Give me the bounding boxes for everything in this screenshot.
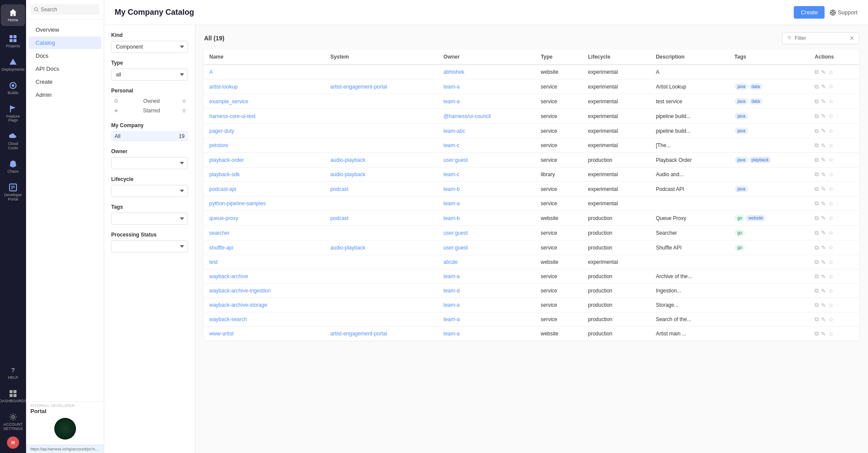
- filter-type-select[interactable]: all service website library: [111, 69, 188, 81]
- star-icon[interactable]: ☆: [828, 113, 834, 119]
- edit-icon[interactable]: ✎: [821, 302, 826, 309]
- nav-item-help[interactable]: ? HELP: [1, 362, 25, 384]
- open-in-new-icon[interactable]: ⧉: [815, 230, 818, 236]
- open-in-new-icon[interactable]: ⧉: [815, 316, 818, 323]
- open-in-new-icon[interactable]: ⧉: [815, 330, 818, 337]
- open-in-new-icon[interactable]: ⧉: [815, 171, 818, 178]
- nav-item-developer-portal[interactable]: Developer Portal: [1, 179, 25, 205]
- entity-name-link[interactable]: petstore: [209, 142, 228, 148]
- filter-starred-row[interactable]: ★ Starred 0: [111, 106, 188, 115]
- owner-link[interactable]: team-b: [443, 186, 459, 192]
- edit-icon[interactable]: ✎: [821, 98, 826, 105]
- nav-item-cloud-costs[interactable]: Cloud Costs: [1, 128, 25, 154]
- star-icon[interactable]: ☆: [828, 244, 834, 251]
- system-link[interactable]: podcast: [330, 186, 349, 192]
- filter-tags-select[interactable]: [111, 213, 188, 225]
- sidebar-item-create[interactable]: Create: [29, 76, 101, 88]
- entity-name-link[interactable]: test: [209, 259, 218, 265]
- star-icon[interactable]: ☆: [828, 288, 834, 294]
- edit-icon[interactable]: ✎: [821, 273, 826, 280]
- entity-name-link[interactable]: pager-duty: [209, 128, 234, 134]
- open-in-new-icon[interactable]: ⧉: [815, 83, 818, 90]
- edit-icon[interactable]: ✎: [821, 171, 826, 178]
- filter-owner-select[interactable]: [111, 157, 188, 169]
- star-icon[interactable]: ☆: [828, 230, 834, 236]
- owner-link[interactable]: abcde: [443, 259, 458, 265]
- entity-name-link[interactable]: shuffle-api: [209, 245, 233, 251]
- open-in-new-icon[interactable]: ⧉: [815, 259, 818, 266]
- owner-link[interactable]: team-a: [443, 273, 459, 279]
- entity-name-link[interactable]: wayback-archive: [209, 273, 248, 279]
- sidebar-item-admin[interactable]: Admin: [29, 89, 101, 101]
- owner-link[interactable]: user:guest: [443, 245, 468, 251]
- star-icon[interactable]: ☆: [828, 259, 834, 266]
- star-icon[interactable]: ☆: [828, 273, 834, 280]
- nav-item-projects[interactable]: Projects: [1, 30, 25, 52]
- open-in-new-icon[interactable]: ⧉: [815, 215, 818, 222]
- entity-name-link[interactable]: www-artist: [209, 331, 234, 337]
- nav-item-account-settings[interactable]: ACCOUNT SETTINGS: [1, 409, 25, 435]
- system-link[interactable]: artist-engagement-portal: [330, 331, 387, 337]
- entity-name-link[interactable]: searcher: [209, 230, 230, 236]
- edit-icon[interactable]: ✎: [821, 244, 826, 251]
- star-icon[interactable]: ☆: [828, 331, 834, 337]
- create-button[interactable]: Create: [794, 6, 825, 19]
- owner-link[interactable]: team-a: [443, 331, 459, 337]
- star-icon[interactable]: ☆: [828, 98, 834, 105]
- owner-link[interactable]: @harness/ui-council: [443, 113, 491, 119]
- owner-link[interactable]: team-d: [443, 288, 459, 294]
- star-icon[interactable]: ☆: [828, 200, 834, 207]
- star-icon[interactable]: ☆: [828, 128, 834, 134]
- open-in-new-icon[interactable]: ⧉: [815, 200, 818, 207]
- filter-kind-select[interactable]: Component API Resource System Domain: [111, 41, 188, 53]
- nav-item-home[interactable]: Home: [1, 4, 25, 26]
- support-button[interactable]: Support: [830, 9, 858, 16]
- owner-link[interactable]: team-abc: [443, 128, 465, 134]
- sidebar-item-docs[interactable]: Docs: [29, 49, 101, 62]
- edit-icon[interactable]: ✎: [821, 142, 826, 149]
- open-in-new-icon[interactable]: ⧉: [815, 157, 818, 164]
- table-filter-box[interactable]: ✕: [782, 32, 859, 44]
- entity-name-link[interactable]: artist-lookup: [209, 84, 238, 90]
- entity-name-link[interactable]: wayback-archive-storage: [209, 302, 267, 308]
- entity-name-link[interactable]: wayback-archive-ingestion: [209, 288, 271, 294]
- edit-icon[interactable]: ✎: [821, 128, 826, 134]
- owner-link[interactable]: user:guest: [443, 157, 468, 163]
- nav-item-dashboards[interactable]: DASHBOARDS: [1, 385, 25, 407]
- filter-company-all-row[interactable]: All 19: [111, 131, 188, 141]
- user-avatar[interactable]: H: [7, 437, 19, 449]
- sidebar-item-catalog[interactable]: Catalog: [29, 36, 101, 49]
- sidebar-item-api-docs[interactable]: API Docs: [29, 62, 101, 75]
- star-icon[interactable]: ☆: [828, 83, 834, 90]
- nav-item-feature-flags[interactable]: Feature Flags: [1, 101, 25, 127]
- entity-name-link[interactable]: example_service: [209, 98, 248, 105]
- star-icon[interactable]: ☆: [828, 186, 834, 192]
- nav-item-builds[interactable]: Builds: [1, 77, 25, 99]
- open-in-new-icon[interactable]: ⧉: [815, 113, 818, 120]
- owner-link[interactable]: team-b: [443, 215, 459, 221]
- edit-icon[interactable]: ✎: [821, 69, 826, 76]
- entity-name-link[interactable]: harness-core-ui-test: [209, 113, 256, 119]
- edit-icon[interactable]: ✎: [821, 288, 826, 294]
- system-link[interactable]: audio-playback: [330, 171, 366, 177]
- open-in-new-icon[interactable]: ⧉: [815, 273, 818, 280]
- filter-processing-status-select[interactable]: [111, 240, 188, 253]
- owner-link[interactable]: team-a: [443, 84, 459, 90]
- entity-name-link[interactable]: podcast-api: [209, 186, 236, 192]
- star-icon[interactable]: ☆: [828, 142, 834, 149]
- edit-icon[interactable]: ✎: [821, 186, 826, 192]
- sidebar-item-overview[interactable]: Overview: [29, 23, 101, 36]
- open-in-new-icon[interactable]: ⧉: [815, 98, 818, 105]
- star-icon[interactable]: ☆: [828, 215, 834, 221]
- entity-name-link[interactable]: A: [209, 69, 213, 75]
- sidebar-search-box[interactable]: [30, 4, 99, 15]
- edit-icon[interactable]: ✎: [821, 230, 826, 236]
- sidebar-search-input[interactable]: [41, 7, 96, 13]
- owner-link[interactable]: abhishek: [443, 69, 464, 75]
- owner-link[interactable]: team-c: [443, 171, 459, 177]
- open-in-new-icon[interactable]: ⧉: [815, 69, 818, 76]
- open-in-new-icon[interactable]: ⧉: [815, 302, 818, 309]
- nav-item-deployments[interactable]: Deployments: [1, 54, 25, 76]
- edit-icon[interactable]: ✎: [821, 113, 826, 119]
- entity-name-link[interactable]: playback-sdk: [209, 171, 240, 177]
